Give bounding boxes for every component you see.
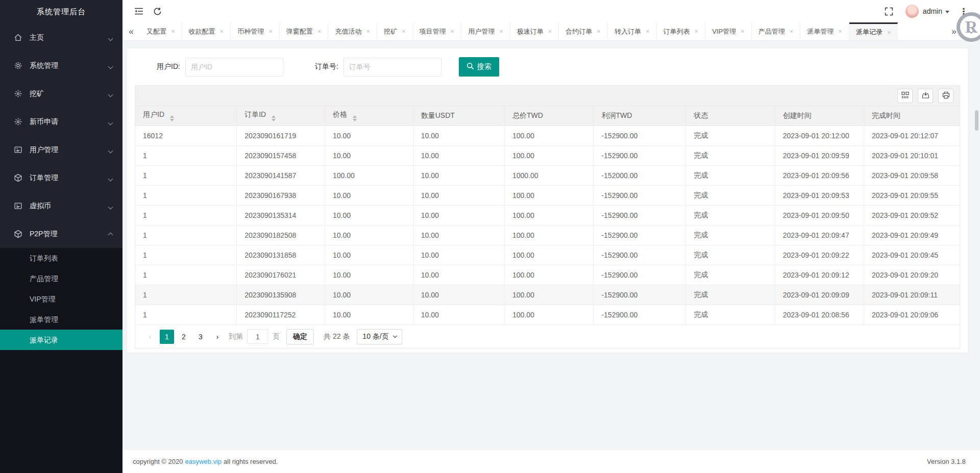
table-row[interactable]: 1 2023090182508 10.00 10.00 100.00 -1529… bbox=[135, 225, 960, 245]
tab[interactable]: 项目管理 × bbox=[413, 22, 462, 40]
close-icon[interactable]: × bbox=[790, 28, 794, 35]
cell-total-twd: 100.00 bbox=[504, 265, 593, 285]
close-icon[interactable]: × bbox=[887, 29, 891, 36]
column-header[interactable]: 创建时间 bbox=[775, 106, 864, 126]
sidebar-item[interactable]: 主页 bbox=[0, 23, 122, 52]
sidebar-subitem[interactable]: 产品管理 bbox=[0, 268, 122, 289]
table-row[interactable]: 1 2023090117252 10.00 10.00 100.00 -1529… bbox=[135, 305, 960, 325]
column-header[interactable]: 完成时间 bbox=[864, 106, 960, 126]
close-icon[interactable]: × bbox=[220, 28, 224, 35]
chevron-down-icon bbox=[109, 146, 112, 154]
sidebar-subitem[interactable]: 订单列表 bbox=[0, 248, 122, 268]
sidebar-subitem[interactable]: 派单记录 bbox=[0, 330, 122, 350]
page-jump-input[interactable] bbox=[247, 329, 268, 344]
close-icon[interactable]: × bbox=[171, 28, 175, 35]
cell-user-id: 1 bbox=[135, 265, 237, 285]
page-number[interactable]: 1 bbox=[160, 330, 174, 344]
page-size-select[interactable]: 10 条/页 bbox=[357, 329, 402, 344]
table-row[interactable]: 1 2023090141587 100.00 10.00 1000.00 -15… bbox=[135, 165, 960, 185]
sidebar-item[interactable]: P2P管理 bbox=[0, 220, 122, 248]
tab[interactable]: 订单列表 × bbox=[657, 22, 706, 40]
cell-total-twd: 100.00 bbox=[504, 205, 593, 225]
refresh-icon[interactable] bbox=[148, 2, 166, 20]
sidebar-item[interactable]: 挖矿 bbox=[0, 80, 122, 108]
menu-fold-icon[interactable] bbox=[130, 2, 148, 20]
scrollbar-thumb[interactable] bbox=[975, 110, 978, 131]
cell-profit-twd: -152900.00 bbox=[594, 225, 686, 245]
tab[interactable]: 挖矿 × bbox=[377, 22, 413, 40]
tab[interactable]: 又配置 × bbox=[140, 22, 182, 40]
sort-icon[interactable] bbox=[353, 115, 357, 121]
tab[interactable]: 收款配置 × bbox=[182, 22, 231, 40]
order-no-input[interactable] bbox=[344, 58, 442, 77]
cell-created-at: 2023-09-01 20:08:56 bbox=[775, 305, 864, 325]
page-number[interactable]: 2 bbox=[177, 330, 191, 344]
tab[interactable]: 弹窗配置 × bbox=[280, 22, 329, 40]
table-row[interactable]: 1 2023090157458 10.00 10.00 100.00 -1529… bbox=[135, 145, 960, 165]
table-row[interactable]: 1 2023090167938 10.00 10.00 100.00 -1529… bbox=[135, 185, 960, 205]
close-icon[interactable]: × bbox=[838, 28, 842, 35]
sidebar-subitem[interactable]: VIP管理 bbox=[0, 289, 122, 309]
close-icon[interactable]: × bbox=[268, 28, 273, 35]
column-header[interactable]: 利润TWD bbox=[594, 106, 686, 126]
user-id-input[interactable] bbox=[185, 58, 283, 77]
close-icon[interactable]: × bbox=[548, 28, 552, 35]
column-header[interactable]: 用户ID bbox=[135, 106, 237, 126]
sidebar-item[interactable]: 新币申请 bbox=[0, 108, 122, 136]
tabs-scroll-left-icon[interactable]: « bbox=[122, 22, 140, 40]
table-row[interactable]: 1 2023090131858 10.00 10.00 100.00 -1529… bbox=[135, 245, 960, 265]
cell-profit-twd: -152900.00 bbox=[594, 185, 686, 205]
column-header[interactable]: 状态 bbox=[686, 106, 775, 126]
table-row[interactable]: 1 2023090176021 10.00 10.00 100.00 -1529… bbox=[135, 265, 960, 285]
next-page-icon[interactable]: › bbox=[210, 330, 225, 344]
filter-columns-button[interactable] bbox=[897, 89, 913, 103]
fullscreen-icon[interactable] bbox=[880, 2, 898, 20]
close-icon[interactable]: × bbox=[451, 28, 455, 35]
tab[interactable]: 合约订单 × bbox=[559, 22, 608, 40]
sidebar-item[interactable]: 系统管理 bbox=[0, 52, 122, 80]
tab[interactable]: VIP管理 × bbox=[705, 22, 752, 40]
tab[interactable]: 充值活动 × bbox=[328, 22, 377, 40]
sidebar-item[interactable]: 订单管理 bbox=[0, 164, 122, 192]
close-icon[interactable]: × bbox=[597, 28, 601, 35]
tab[interactable]: 用户管理 × bbox=[461, 22, 510, 40]
table-row[interactable]: 1 2023090135908 10.00 10.00 100.00 -1529… bbox=[135, 285, 960, 305]
column-header[interactable]: 数量USDT bbox=[413, 106, 504, 126]
sort-icon[interactable] bbox=[170, 115, 174, 121]
tab[interactable]: 极速订单 × bbox=[510, 22, 559, 40]
avatar[interactable] bbox=[905, 5, 919, 18]
search-button[interactable]: 搜索 bbox=[459, 57, 499, 77]
close-icon[interactable]: × bbox=[317, 28, 322, 35]
tab[interactable]: 派单记录 × bbox=[849, 22, 898, 40]
prev-page-icon[interactable]: ‹ bbox=[143, 330, 157, 344]
tab[interactable]: 派单管理 × bbox=[800, 22, 849, 40]
username[interactable]: admin bbox=[923, 7, 942, 15]
cell-created-at: 2023-09-01 20:09:53 bbox=[775, 185, 864, 205]
tab-label: 充值活动 bbox=[335, 27, 361, 36]
tab[interactable]: 转入订单 × bbox=[608, 22, 657, 40]
print-button[interactable] bbox=[938, 89, 953, 103]
close-icon[interactable]: × bbox=[695, 28, 699, 35]
table-row[interactable]: 16012 2023090161719 10.00 10.00 100.00 -… bbox=[135, 126, 960, 145]
sidebar-item[interactable]: 用户管理 bbox=[0, 136, 122, 164]
cell-amount-usdt: 10.00 bbox=[413, 265, 504, 285]
column-header[interactable]: 总价TWD bbox=[504, 106, 593, 126]
column-header[interactable]: 价格 bbox=[325, 106, 413, 126]
sort-icon[interactable] bbox=[272, 115, 276, 121]
page-jump-confirm-button[interactable]: 确定 bbox=[286, 329, 314, 344]
close-icon[interactable]: × bbox=[402, 28, 406, 35]
page-number[interactable]: 3 bbox=[193, 330, 208, 344]
cell-created-at: 2023-09-01 20:09:09 bbox=[775, 285, 864, 305]
tab[interactable]: 产品管理 × bbox=[752, 22, 801, 40]
close-icon[interactable]: × bbox=[646, 28, 650, 35]
sidebar-subitem[interactable]: 派单管理 bbox=[0, 309, 122, 330]
table-row[interactable]: 1 2023090135314 10.00 10.00 100.00 -1529… bbox=[135, 205, 960, 225]
easyweb-link[interactable]: easyweb.vip bbox=[185, 458, 222, 465]
column-header[interactable]: 订单ID bbox=[237, 106, 325, 126]
export-button[interactable] bbox=[918, 89, 933, 103]
sidebar-item[interactable]: 虚拟币 bbox=[0, 192, 122, 220]
close-icon[interactable]: × bbox=[741, 28, 745, 35]
close-icon[interactable]: × bbox=[366, 28, 370, 35]
tab[interactable]: 币种管理 × bbox=[231, 22, 280, 40]
close-icon[interactable]: × bbox=[499, 28, 503, 35]
